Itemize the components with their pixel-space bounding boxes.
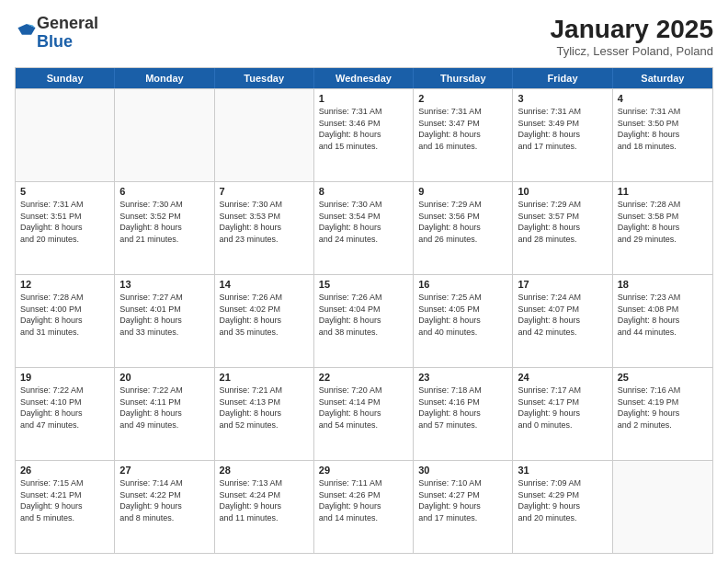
header-friday: Friday [513, 68, 612, 88]
day-number-5: 5 [20, 186, 109, 197]
day-number-14: 14 [220, 279, 309, 290]
cell-info-13: Sunrise: 7:27 AM Sunset: 4:01 PM Dayligh… [119, 292, 209, 338]
cal-cell-4-3: 29Sunrise: 7:11 AM Sunset: 4:26 PM Dayli… [314, 461, 414, 553]
cal-cell-0-5: 3Sunrise: 7:31 AM Sunset: 3:49 PM Daylig… [513, 89, 612, 181]
cal-cell-0-0 [16, 89, 115, 181]
header-saturday: Saturday [613, 68, 712, 88]
day-number-6: 6 [119, 186, 209, 197]
cell-info-12: Sunrise: 7:28 AM Sunset: 4:00 PM Dayligh… [20, 292, 109, 338]
cal-cell-4-6 [613, 461, 712, 553]
cal-row-3: 19Sunrise: 7:22 AM Sunset: 4:10 PM Dayli… [16, 367, 712, 460]
cal-cell-1-5: 10Sunrise: 7:29 AM Sunset: 3:57 PM Dayli… [513, 182, 612, 274]
cal-cell-2-2: 14Sunrise: 7:26 AM Sunset: 4:02 PM Dayli… [215, 275, 314, 367]
calendar-body: 1Sunrise: 7:31 AM Sunset: 3:46 PM Daylig… [16, 88, 712, 553]
cal-cell-0-3: 1Sunrise: 7:31 AM Sunset: 3:46 PM Daylig… [314, 89, 414, 181]
header: General Blue January 2025 Tylicz, Lesser… [15, 15, 713, 58]
cell-info-21: Sunrise: 7:21 AM Sunset: 4:13 PM Dayligh… [220, 385, 309, 431]
day-number-10: 10 [518, 186, 607, 197]
cell-info-7: Sunrise: 7:30 AM Sunset: 3:53 PM Dayligh… [220, 199, 309, 245]
day-number-19: 19 [20, 372, 109, 383]
day-number-20: 20 [119, 372, 209, 383]
cal-cell-2-1: 13Sunrise: 7:27 AM Sunset: 4:01 PM Dayli… [115, 275, 214, 367]
cell-info-8: Sunrise: 7:30 AM Sunset: 3:54 PM Dayligh… [319, 199, 408, 245]
day-number-30: 30 [418, 465, 507, 476]
cell-info-10: Sunrise: 7:29 AM Sunset: 3:57 PM Dayligh… [518, 199, 607, 245]
cal-cell-4-4: 30Sunrise: 7:10 AM Sunset: 4:27 PM Dayli… [414, 461, 513, 553]
day-number-3: 3 [518, 93, 607, 104]
cell-info-16: Sunrise: 7:25 AM Sunset: 4:05 PM Dayligh… [418, 292, 507, 338]
cal-cell-0-6: 4Sunrise: 7:31 AM Sunset: 3:50 PM Daylig… [613, 89, 712, 181]
cal-cell-2-3: 15Sunrise: 7:26 AM Sunset: 4:04 PM Dayli… [314, 275, 414, 367]
header-tuesday: Tuesday [215, 68, 314, 88]
cal-cell-1-3: 8Sunrise: 7:30 AM Sunset: 3:54 PM Daylig… [314, 182, 414, 274]
cal-cell-2-5: 17Sunrise: 7:24 AM Sunset: 4:07 PM Dayli… [513, 275, 612, 367]
logo: General Blue [15, 15, 98, 52]
day-number-17: 17 [518, 279, 607, 290]
cal-cell-3-0: 19Sunrise: 7:22 AM Sunset: 4:10 PM Dayli… [16, 368, 115, 460]
logo-blue-text: Blue [37, 32, 73, 51]
cell-info-20: Sunrise: 7:22 AM Sunset: 4:11 PM Dayligh… [119, 385, 209, 431]
cell-info-5: Sunrise: 7:31 AM Sunset: 3:51 PM Dayligh… [20, 199, 109, 245]
cal-cell-1-1: 6Sunrise: 7:30 AM Sunset: 3:52 PM Daylig… [115, 182, 214, 274]
day-number-8: 8 [319, 186, 408, 197]
cell-info-11: Sunrise: 7:28 AM Sunset: 3:58 PM Dayligh… [618, 199, 708, 245]
day-number-22: 22 [319, 372, 408, 383]
day-number-11: 11 [618, 186, 708, 197]
day-number-18: 18 [618, 279, 708, 290]
day-number-7: 7 [220, 186, 309, 197]
cal-cell-1-6: 11Sunrise: 7:28 AM Sunset: 3:58 PM Dayli… [613, 182, 712, 274]
location-text: Tylicz, Lesser Poland, Poland [551, 44, 713, 58]
cal-cell-1-2: 7Sunrise: 7:30 AM Sunset: 3:53 PM Daylig… [215, 182, 314, 274]
logo-general-text: General [37, 14, 98, 32]
cell-info-18: Sunrise: 7:23 AM Sunset: 4:08 PM Dayligh… [618, 292, 708, 338]
title-block: January 2025 Tylicz, Lesser Poland, Pola… [551, 15, 713, 58]
day-number-28: 28 [220, 465, 309, 476]
day-number-29: 29 [319, 465, 408, 476]
cal-cell-1-4: 9Sunrise: 7:29 AM Sunset: 3:56 PM Daylig… [414, 182, 513, 274]
cal-cell-0-4: 2Sunrise: 7:31 AM Sunset: 3:47 PM Daylig… [414, 89, 513, 181]
day-number-9: 9 [418, 186, 507, 197]
cell-info-14: Sunrise: 7:26 AM Sunset: 4:02 PM Dayligh… [220, 292, 309, 338]
cell-info-19: Sunrise: 7:22 AM Sunset: 4:10 PM Dayligh… [20, 385, 109, 431]
cell-info-24: Sunrise: 7:17 AM Sunset: 4:17 PM Dayligh… [518, 385, 607, 431]
cell-info-28: Sunrise: 7:13 AM Sunset: 4:24 PM Dayligh… [220, 477, 309, 523]
cal-row-1: 5Sunrise: 7:31 AM Sunset: 3:51 PM Daylig… [16, 181, 712, 274]
cal-cell-3-4: 23Sunrise: 7:18 AM Sunset: 4:16 PM Dayli… [414, 368, 513, 460]
cell-info-3: Sunrise: 7:31 AM Sunset: 3:49 PM Dayligh… [518, 106, 607, 152]
cal-cell-0-1 [115, 89, 214, 181]
cal-cell-2-4: 16Sunrise: 7:25 AM Sunset: 4:05 PM Dayli… [414, 275, 513, 367]
cell-info-29: Sunrise: 7:11 AM Sunset: 4:26 PM Dayligh… [319, 477, 408, 523]
day-number-21: 21 [220, 372, 309, 383]
cell-info-26: Sunrise: 7:15 AM Sunset: 4:21 PM Dayligh… [20, 477, 109, 523]
cal-cell-3-1: 20Sunrise: 7:22 AM Sunset: 4:11 PM Dayli… [115, 368, 214, 460]
day-number-26: 26 [20, 465, 109, 476]
cal-cell-4-0: 26Sunrise: 7:15 AM Sunset: 4:21 PM Dayli… [16, 461, 115, 553]
cal-row-0: 1Sunrise: 7:31 AM Sunset: 3:46 PM Daylig… [16, 88, 712, 181]
page: General Blue January 2025 Tylicz, Lesser… [0, 0, 728, 563]
calendar: Sunday Monday Tuesday Wednesday Thursday… [15, 67, 713, 554]
day-number-23: 23 [418, 372, 507, 383]
day-number-27: 27 [119, 465, 209, 476]
cal-cell-4-2: 28Sunrise: 7:13 AM Sunset: 4:24 PM Dayli… [215, 461, 314, 553]
cal-cell-3-2: 21Sunrise: 7:21 AM Sunset: 4:13 PM Dayli… [215, 368, 314, 460]
cell-info-23: Sunrise: 7:18 AM Sunset: 4:16 PM Dayligh… [418, 385, 507, 431]
cell-info-9: Sunrise: 7:29 AM Sunset: 3:56 PM Dayligh… [418, 199, 507, 245]
cell-info-25: Sunrise: 7:16 AM Sunset: 4:19 PM Dayligh… [618, 385, 708, 431]
day-number-4: 4 [618, 93, 708, 104]
day-number-2: 2 [418, 93, 507, 104]
day-number-31: 31 [518, 465, 607, 476]
month-title: January 2025 [551, 15, 713, 44]
logo-icon [17, 21, 37, 41]
calendar-header: Sunday Monday Tuesday Wednesday Thursday… [16, 68, 712, 88]
cell-info-17: Sunrise: 7:24 AM Sunset: 4:07 PM Dayligh… [518, 292, 607, 338]
cal-row-2: 12Sunrise: 7:28 AM Sunset: 4:00 PM Dayli… [16, 274, 712, 367]
day-number-16: 16 [418, 279, 507, 290]
day-number-25: 25 [618, 372, 708, 383]
day-number-13: 13 [119, 279, 209, 290]
cal-cell-0-2 [215, 89, 314, 181]
day-number-12: 12 [20, 279, 109, 290]
cell-info-15: Sunrise: 7:26 AM Sunset: 4:04 PM Dayligh… [319, 292, 408, 338]
cell-info-1: Sunrise: 7:31 AM Sunset: 3:46 PM Dayligh… [319, 106, 408, 152]
cell-info-31: Sunrise: 7:09 AM Sunset: 4:29 PM Dayligh… [518, 477, 607, 523]
cal-cell-2-0: 12Sunrise: 7:28 AM Sunset: 4:00 PM Dayli… [16, 275, 115, 367]
